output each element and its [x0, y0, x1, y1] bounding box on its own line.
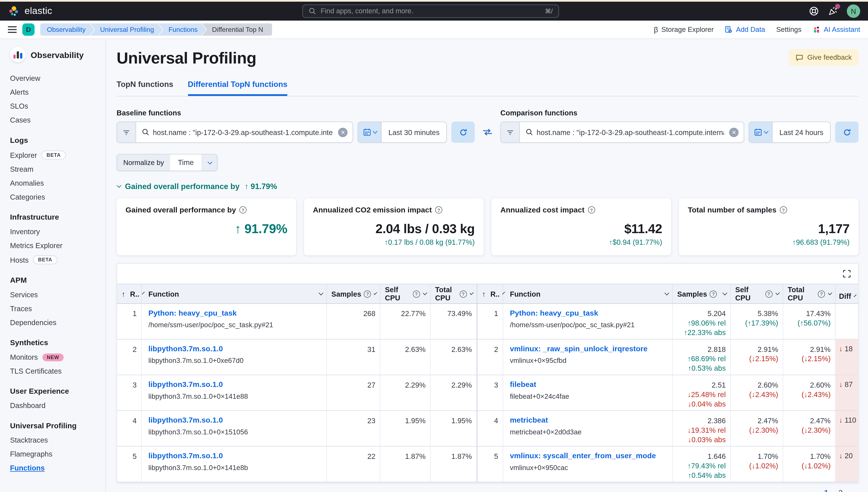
comparison-calendar-icon[interactable] — [749, 122, 773, 142]
table-row: 1 Python: heavy_cpu_task /home/ssm-user/… — [117, 304, 477, 340]
sidebar-item-stacktraces[interactable]: Stacktraces — [10, 433, 105, 447]
function-link[interactable]: filebeat — [510, 380, 668, 389]
sidebar-item-dashboard[interactable]: Dashboard — [10, 399, 105, 413]
comparison-clear-icon[interactable]: ✕ — [729, 127, 739, 137]
baseline-calendar-icon[interactable] — [358, 122, 382, 142]
samples-cell: 2.51 ↓25.48% rel ↓0.04% abs — [673, 375, 731, 410]
sidebar-item-hosts[interactable]: HostsBETA — [10, 252, 105, 267]
function-link[interactable]: libpython3.7m.so.1.0 — [148, 416, 322, 424]
column-header-samples[interactable]: Samples? — [327, 285, 381, 303]
global-search[interactable]: ⌘/ — [302, 4, 559, 18]
sidebar-item-anomalies[interactable]: Anomalies — [10, 176, 105, 190]
sidebar-item-tls-certificates[interactable]: TLS Certificates — [10, 364, 105, 378]
column-header-rank[interactable]: ↑ R.. — [478, 285, 503, 303]
column-header-self-cpu[interactable]: Self CPU? — [380, 285, 431, 303]
sidebar-item-explorer[interactable]: ExplorerBETA — [10, 148, 105, 162]
sidebar-item-inventory[interactable]: Inventory — [10, 225, 105, 239]
pagination-prev-icon[interactable]: ‹ — [812, 488, 814, 492]
function-link[interactable]: Python: heavy_cpu_task — [148, 309, 322, 317]
function-link[interactable]: libpython3.7m.so.1.0 — [148, 345, 322, 353]
sidebar-item-metrics-explorer[interactable]: Metrics Explorer — [10, 239, 105, 252]
breadcrumb-observability[interactable]: Observability — [40, 23, 94, 36]
column-header-self-cpu[interactable]: Self CPU? — [731, 285, 783, 303]
global-search-input[interactable] — [321, 7, 540, 15]
tab-differential-topn-functions[interactable]: Differential TopN functions — [188, 80, 288, 96]
rank-cell: 2 — [478, 340, 503, 374]
menu-icon[interactable] — [8, 26, 17, 33]
function-link[interactable]: libpython3.7m.so.1.0 — [148, 452, 322, 460]
baseline-clear-icon[interactable]: ✕ — [338, 127, 348, 137]
performance-summary-accordion[interactable]: Gained overall performance by ↑ 91.79% — [117, 182, 859, 191]
column-header-function[interactable]: Function — [503, 285, 673, 303]
sidebar-item-functions[interactable]: Functions — [10, 461, 105, 475]
function-source: libpython3.7m.so.1.0+0×141e88 — [148, 392, 322, 400]
normalize-by-label: Normalize by — [117, 154, 170, 171]
add-data-icon — [725, 26, 733, 33]
fullscreen-icon[interactable] — [842, 269, 851, 278]
swap-queries-icon[interactable] — [475, 122, 501, 143]
settings-link[interactable]: Settings — [776, 26, 801, 33]
function-link[interactable]: Python: heavy_cpu_task — [510, 309, 668, 317]
baseline-filter-icon[interactable] — [117, 122, 136, 142]
diff-cell: ↓ 18 — [836, 340, 858, 374]
comparison-refresh-button[interactable] — [835, 122, 859, 143]
ai-assistant-link[interactable]: AI Assistant — [813, 26, 860, 33]
sidebar-title: Observability — [31, 50, 83, 59]
top-nav: elastic ⌘/ — [0, 2, 868, 21]
add-data-link[interactable]: Add Data — [725, 26, 765, 33]
help-icon[interactable] — [809, 6, 819, 16]
sidebar-item-monitors[interactable]: MonitorsNEW — [10, 350, 105, 364]
comparison-time-range[interactable]: Last 24 hours — [773, 122, 830, 142]
column-header-diff[interactable]: Diff — [836, 285, 858, 303]
breadcrumb-universal-profiling[interactable]: Universal Profiling — [90, 23, 163, 36]
function-link[interactable]: vmlinux: _raw_spin_unlock_irqrestore — [510, 345, 668, 353]
card-title: Total number of samples — [688, 206, 776, 214]
function-link[interactable]: metricbeat — [510, 416, 668, 424]
give-feedback-button[interactable]: Give feedback — [789, 49, 859, 66]
pagination-next-icon[interactable]: › — [852, 488, 855, 492]
sidebar-item-categories[interactable]: Categories — [10, 190, 105, 204]
tab-topn-functions[interactable]: TopN functions — [117, 80, 173, 96]
column-header-total-cpu[interactable]: Total CPU? — [431, 285, 477, 303]
function-source: /home/ssm-user/poc/poc_sc_task.py#21 — [510, 321, 668, 329]
comparison-filter-icon[interactable] — [501, 122, 520, 142]
total-cpu-cell: 2.63% — [431, 340, 477, 374]
function-link[interactable]: libpython3.7m.so.1.0 — [148, 380, 322, 389]
sidebar-item-flamegraphs[interactable]: Flamegraphs — [10, 447, 105, 461]
pagination-page-1[interactable]: 1 — [824, 488, 828, 492]
elastic-brand[interactable]: elastic — [8, 5, 52, 17]
normalize-by-value[interactable]: Time — [170, 154, 201, 171]
rank-cell: 4 — [117, 411, 142, 446]
user-avatar[interactable]: N — [847, 4, 860, 18]
pagination-page-2[interactable]: 2 — [839, 488, 843, 492]
function-link[interactable]: vmlinux: syscall_enter_from_user_mode — [510, 452, 668, 460]
breadcrumb-functions[interactable]: Functions — [159, 23, 207, 36]
rank-cell: 4 — [478, 411, 503, 446]
sidebar-item-cases[interactable]: Cases — [10, 113, 105, 127]
column-header-samples[interactable]: Samples? — [673, 285, 731, 303]
column-header-total-cpu[interactable]: Total CPU? — [783, 285, 836, 303]
whats-new-icon[interactable] — [828, 6, 838, 16]
help-icon[interactable]: ? — [435, 206, 442, 214]
feedback-bubble-icon — [796, 54, 803, 62]
column-header-function[interactable]: Function — [142, 285, 327, 303]
baseline-query-input[interactable] — [153, 128, 333, 136]
sidebar-item-alerts[interactable]: Alerts — [10, 85, 105, 99]
normalize-dropdown-icon[interactable] — [201, 154, 217, 171]
storage-explorer-link[interactable]: β Storage Explorer — [654, 25, 714, 34]
baseline-time-range[interactable]: Last 30 minutes — [382, 122, 446, 142]
sidebar-item-overview[interactable]: Overview — [10, 71, 105, 85]
sidebar-item-slos[interactable]: SLOs — [10, 99, 105, 113]
help-icon[interactable]: ? — [239, 206, 246, 214]
space-badge[interactable]: D — [22, 23, 34, 36]
help-icon[interactable]: ? — [588, 206, 595, 214]
column-header-rank[interactable]: ↑ R.. — [117, 285, 142, 303]
sidebar-item-traces[interactable]: Traces — [10, 302, 105, 316]
sidebar-item-services[interactable]: Services — [10, 288, 105, 302]
baseline-refresh-button[interactable] — [451, 122, 475, 143]
sidebar-item-stream[interactable]: Stream — [10, 162, 105, 176]
comparison-query-input[interactable] — [537, 128, 724, 136]
help-icon[interactable]: ? — [780, 206, 787, 214]
function-cell: Python: heavy_cpu_task /home/ssm-user/po… — [142, 304, 327, 339]
sidebar-item-dependencies[interactable]: Dependencies — [10, 316, 105, 329]
